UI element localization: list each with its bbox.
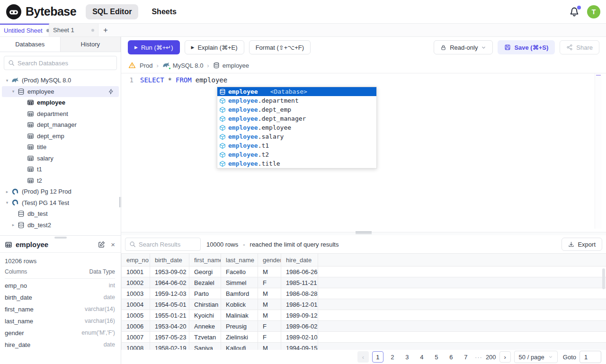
tree-table-dept-manager[interactable]: dept_manager xyxy=(0,119,121,131)
cell[interactable]: Parto xyxy=(189,288,221,299)
search-results-input[interactable] xyxy=(139,241,196,248)
cell[interactable]: 10006 xyxy=(122,321,150,332)
cell[interactable]: 1986-08-28 xyxy=(281,288,318,299)
tree-table-t2[interactable]: t2 xyxy=(0,175,121,186)
tree-table-department[interactable]: department xyxy=(0,108,121,120)
cell[interactable]: 10004 xyxy=(122,299,150,310)
cell[interactable]: 1964-06-02 xyxy=(150,277,189,288)
page-number[interactable]: 2 xyxy=(387,351,398,363)
chevron-down-icon[interactable]: ▾ xyxy=(4,200,10,205)
share-button[interactable]: Share xyxy=(560,40,599,54)
results-scrollbar[interactable] xyxy=(602,268,605,289)
suggestion-table[interactable]: employee.t1 xyxy=(217,141,376,150)
cell[interactable]: 1957-05-23 xyxy=(150,332,189,343)
tree-instance-mysql[interactable]: ▾ (Prod) MySQL 8.0 xyxy=(0,75,121,86)
cell[interactable]: M xyxy=(258,299,281,310)
tree-database-db-test2[interactable]: ▸ db_test2 xyxy=(0,220,121,231)
cell[interactable]: Bamford xyxy=(221,288,258,299)
page-number[interactable]: 5 xyxy=(431,351,442,363)
cell[interactable]: Georgi xyxy=(189,266,221,277)
cell[interactable]: Kalloufi xyxy=(221,343,258,350)
sql-editor[interactable]: 1 SELECT * FROM employee employee <Datab… xyxy=(121,73,606,232)
chevron-down-icon[interactable]: ▾ xyxy=(10,89,17,94)
explain-button[interactable]: ▶ Explain (⌘+E) xyxy=(185,40,244,54)
cell[interactable]: 1955-01-21 xyxy=(150,310,189,321)
cell[interactable]: 1959-12-03 xyxy=(150,288,189,299)
close-icon[interactable]: × xyxy=(111,241,115,248)
grid-data-row[interactable]: 10007 1957-05-23 Tzvetan Zielinski F 198… xyxy=(122,332,606,343)
next-page-button[interactable]: › xyxy=(499,351,511,363)
tree-database-db-test[interactable]: db_test xyxy=(0,208,121,220)
tree-instance-pg12[interactable]: ▸ (Prod) Pg 12 Prod xyxy=(0,186,121,197)
tab-databases[interactable]: Databases xyxy=(0,37,61,52)
cell[interactable]: Facello xyxy=(221,266,258,277)
cell[interactable]: 1989-06-02 xyxy=(281,321,318,332)
search-databases-input[interactable] xyxy=(18,60,113,67)
tree-table-employee[interactable]: employee xyxy=(0,97,121,108)
tree-table-dept-emp[interactable]: dept_emp xyxy=(0,131,121,142)
grid-data-row[interactable]: 10001 1953-09-02 Georgi Facello M 1986-0… xyxy=(122,266,606,277)
nav-sheets[interactable]: Sheets xyxy=(145,4,183,19)
run-button[interactable]: ▶ Run (⌘+↵) xyxy=(128,40,180,54)
editor-minimap[interactable] xyxy=(595,73,602,229)
tree-table-t1[interactable]: t1 xyxy=(0,164,121,175)
notification-bell-icon[interactable] xyxy=(569,7,579,17)
format-button[interactable]: Format (⇧+⌥+F) xyxy=(249,40,311,54)
chevron-right-icon[interactable]: ▸ xyxy=(10,222,17,227)
code-line[interactable]: 1 SELECT * FROM employee xyxy=(121,75,606,84)
page-number[interactable]: 7 xyxy=(460,351,472,363)
cell[interactable]: 1986-06-26 xyxy=(281,266,318,277)
prev-page-button[interactable]: ‹ xyxy=(357,351,369,363)
tree-table-salary[interactable]: salary xyxy=(0,153,121,164)
suggestion-table[interactable]: employee.t2 xyxy=(217,150,376,159)
page-number[interactable]: 6 xyxy=(446,351,457,363)
last-page-number[interactable]: 200 xyxy=(486,354,496,361)
cell[interactable]: Saniya xyxy=(189,343,221,350)
bytebase-logo[interactable]: Bytebase xyxy=(6,4,76,20)
tab-untitled-sheet[interactable]: Untitled Sheet xyxy=(0,24,49,36)
cell[interactable]: 10001 xyxy=(122,266,150,277)
cell[interactable]: 1954-05-01 xyxy=(150,299,189,310)
grid-data-row[interactable]: 10006 1953-04-20 Anneke Preusig F 1989-0… xyxy=(122,321,606,332)
suggestion-table[interactable]: employee.department xyxy=(217,96,376,105)
avatar[interactable]: T xyxy=(587,5,600,18)
breadcrumb-database[interactable]: employee xyxy=(213,62,249,69)
page-number[interactable]: 3 xyxy=(401,351,413,363)
page-size-select[interactable]: 50 / page xyxy=(514,351,558,363)
readonly-mode-select[interactable]: Read-only xyxy=(434,40,493,54)
cell[interactable]: 1989-09-12 xyxy=(281,310,318,321)
drag-handle-icon[interactable] xyxy=(356,231,372,234)
cell[interactable]: M xyxy=(258,310,281,321)
cell[interactable]: Chirstian xyxy=(189,299,221,310)
cell[interactable]: Maliniak xyxy=(221,310,258,321)
chevron-right-icon[interactable]: ▸ xyxy=(4,189,10,194)
cell[interactable]: 1953-09-02 xyxy=(150,266,189,277)
breadcrumb-instance[interactable]: MySQL 8.0 xyxy=(162,62,204,70)
suggestion-employee-database[interactable]: employee <Database> xyxy=(217,87,376,96)
cell[interactable]: 1985-11-21 xyxy=(281,277,318,288)
cell[interactable]: Kyoichi xyxy=(189,310,221,321)
tree-instance-pg14[interactable]: ▾ (Test) PG 14 Test xyxy=(0,197,121,209)
cell[interactable]: 1958-02-19 xyxy=(150,343,189,350)
cell[interactable]: 10005 xyxy=(122,310,150,321)
goto-page-input[interactable] xyxy=(579,351,601,363)
cell[interactable]: M xyxy=(258,266,281,277)
cell[interactable]: F xyxy=(258,332,281,343)
tab-history[interactable]: History xyxy=(61,37,121,52)
grid-data-row[interactable]: 10003 1959-12-03 Parto Bamford M 1986-08… xyxy=(122,288,606,299)
save-button[interactable]: Save (⌘+S) xyxy=(498,40,555,54)
cell[interactable]: Simmel xyxy=(221,277,258,288)
suggestion-table[interactable]: employee.dept_emp xyxy=(217,105,376,114)
cell[interactable]: F xyxy=(258,277,281,288)
cell[interactable]: Tzvetan xyxy=(189,332,221,343)
tab-sheet-1[interactable]: Sheet 1 xyxy=(49,24,98,36)
grid-data-row[interactable]: 10005 1955-01-21 Kyoichi Maliniak M 1989… xyxy=(122,310,606,321)
cell[interactable]: Zielinski xyxy=(221,332,258,343)
cell[interactable]: 10008 xyxy=(122,343,150,350)
cell[interactable]: 1989-02-10 xyxy=(281,332,318,343)
page-number[interactable]: 4 xyxy=(416,351,428,363)
add-sheet-button[interactable]: + xyxy=(98,24,113,36)
bolt-icon[interactable] xyxy=(108,89,114,95)
suggestion-table[interactable]: employee.salary xyxy=(217,132,376,141)
suggestion-table[interactable]: employee.title xyxy=(217,159,376,168)
